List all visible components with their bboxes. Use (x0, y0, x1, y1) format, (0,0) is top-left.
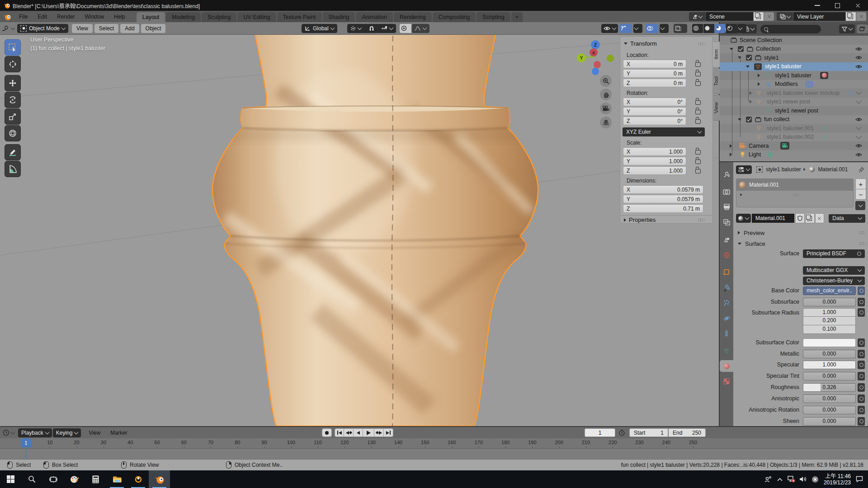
lock-icon[interactable] (695, 81, 701, 86)
outliner-row-modifiers[interactable]: Modifiers (720, 80, 868, 89)
tab-world[interactable] (720, 249, 733, 261)
auto-keying-button[interactable] (322, 428, 332, 437)
rotation-mode-dropdown[interactable]: XYZ Euler (623, 127, 705, 136)
tool-rotate[interactable] (5, 92, 21, 108)
tab-modifiers[interactable] (720, 282, 733, 293)
unlink-material-button[interactable] (815, 213, 825, 223)
workspace-tab-scripting[interactable]: Scripting (476, 12, 510, 22)
disclosure-closed-icon[interactable] (730, 153, 732, 156)
workspace-tab-texture-paint[interactable]: Texture Paint (277, 12, 322, 22)
eye-open-icon[interactable] (855, 143, 862, 148)
taskbar-search-button[interactable] (21, 470, 42, 488)
link-mode-dropdown[interactable]: Data (829, 214, 865, 223)
surface-shader-button[interactable]: Principled BSDF (803, 249, 865, 258)
dimensions-z-field[interactable]: Z0.71 m (623, 204, 703, 213)
socket-button[interactable] (858, 338, 865, 347)
visibility-dropdown[interactable] (601, 24, 618, 33)
socket-button[interactable] (858, 308, 865, 317)
camera-view-button[interactable] (600, 103, 612, 114)
sidebar-tab-view[interactable]: View (712, 95, 720, 121)
outliner-row-baluster-lower-mockup[interactable]: ▽ style1 baluster lower mockup (720, 89, 868, 98)
object-menu[interactable]: Object (141, 24, 166, 33)
app-tray-icon[interactable] (809, 470, 821, 488)
disclosure-open-icon[interactable] (730, 48, 733, 50)
tool-select-box[interactable] (5, 39, 21, 56)
tool-cursor[interactable] (5, 56, 21, 72)
socket-button[interactable] (858, 350, 865, 358)
jump-to-start-button[interactable] (335, 428, 344, 437)
file-explorer-button[interactable] (106, 470, 127, 488)
eye-closed-icon[interactable] (856, 124, 862, 130)
disclosure-closed-icon[interactable] (730, 144, 732, 148)
checkbox-checked-icon[interactable] (738, 46, 744, 52)
material-specials-button[interactable] (855, 201, 865, 210)
dimensions-y-field[interactable]: Y0.0579 m (623, 195, 703, 203)
fake-user-button[interactable] (795, 213, 805, 223)
tab-render[interactable] (720, 186, 733, 197)
mode-selector[interactable]: Object Mode (17, 24, 68, 33)
media-app-button[interactable] (127, 470, 149, 488)
tab-object[interactable] (720, 266, 733, 278)
lock-icon[interactable] (695, 72, 701, 76)
axis-gizmo[interactable]: Z X Y (574, 38, 624, 79)
workspace-tab-compositing[interactable]: Compositing (433, 12, 476, 22)
menu-render[interactable]: Render (52, 11, 80, 22)
surface-panel-header[interactable]: Surface (738, 239, 868, 248)
workspace-tab-shading[interactable]: Shading (323, 12, 355, 22)
outliner-row-baluster-001[interactable]: ▽ style1 baluster.001 ▽ (720, 124, 868, 133)
play-button[interactable] (363, 428, 374, 437)
calculator-app-button[interactable] (85, 470, 106, 488)
material-slot-row[interactable]: Material.001 (736, 179, 853, 191)
lock-icon[interactable] (695, 150, 701, 155)
disclosure-closed-icon[interactable] (758, 82, 760, 86)
menu-edit[interactable]: Edit (33, 11, 52, 22)
location-y-field[interactable]: Y0 m (623, 69, 686, 78)
action-center-icon[interactable] (854, 470, 865, 488)
properties-editor-type-button[interactable] (736, 165, 752, 174)
network-tray-icon[interactable] (786, 470, 797, 488)
scale-y-field[interactable]: Y1.000 (623, 157, 686, 165)
distribution-dropdown[interactable]: Multiscatter GGX (803, 266, 865, 275)
disclosure-closed-icon[interactable] (741, 193, 742, 196)
add-workspace-button[interactable]: + (511, 12, 523, 22)
outliner-row-newel-post-data[interactable]: ▽ style1 newel post (720, 106, 868, 115)
metallic-field[interactable]: 0.000 (803, 350, 856, 358)
properties-panel-header[interactable]: Properties (624, 216, 656, 223)
keying-menu[interactable]: Keying (53, 428, 81, 437)
specular-field[interactable]: 1.000 (803, 361, 856, 369)
menu-help[interactable]: Help (109, 11, 130, 22)
outliner-row-newel-post-object[interactable]: ▽ style1 newel post (720, 98, 868, 107)
playhead-line[interactable] (25, 447, 26, 460)
gizmos-dropdown[interactable] (633, 24, 642, 33)
eye-open-icon[interactable] (855, 64, 862, 69)
gizmos-toggle[interactable] (619, 24, 632, 33)
socket-button[interactable] (858, 372, 865, 380)
start-button[interactable] (0, 470, 21, 488)
tab-physics[interactable] (720, 312, 733, 324)
outliner-row-baluster-meshdata[interactable]: ▽ style1 baluster (720, 71, 868, 80)
base-color-link-field[interactable]: mesh_color_envir.. (803, 286, 856, 295)
outliner-filter-button[interactable] (839, 24, 855, 33)
breadcrumb-material[interactable]: Material.001 (818, 166, 848, 173)
subsurface-radius-z[interactable]: 0.100 (803, 325, 856, 334)
disclosure-closed-icon[interactable] (750, 91, 752, 95)
scale-z-field[interactable]: Z1.000 (623, 166, 686, 175)
lock-icon[interactable] (695, 110, 701, 114)
tab-scene[interactable] (720, 234, 733, 245)
shading-wireframe-button[interactable] (692, 24, 703, 33)
blender-menu-icon[interactable] (4, 13, 11, 21)
tab-tool[interactable] (720, 169, 733, 180)
material-name-field[interactable]: Material.001 (752, 214, 794, 223)
use-preview-range-button[interactable] (618, 429, 625, 436)
workspace-tab-rendering[interactable]: Rendering (394, 12, 432, 22)
prev-keyframe-button[interactable] (344, 428, 354, 437)
overlays-dropdown[interactable] (660, 24, 669, 33)
remove-material-slot-button[interactable]: − (855, 189, 866, 200)
subsurface-radius-y[interactable]: 0.200 (803, 317, 856, 325)
view-layer-copy-button[interactable] (846, 12, 856, 21)
anisotropic-rotation-field[interactable]: 0.000 (803, 406, 856, 414)
lock-icon[interactable] (695, 62, 701, 67)
pivot-point-button[interactable] (347, 24, 370, 33)
frame-end-field[interactable]: End250 (669, 428, 706, 437)
outliner-row-style1-baluster-selected[interactable]: ▽ style1 baluster (720, 62, 868, 71)
